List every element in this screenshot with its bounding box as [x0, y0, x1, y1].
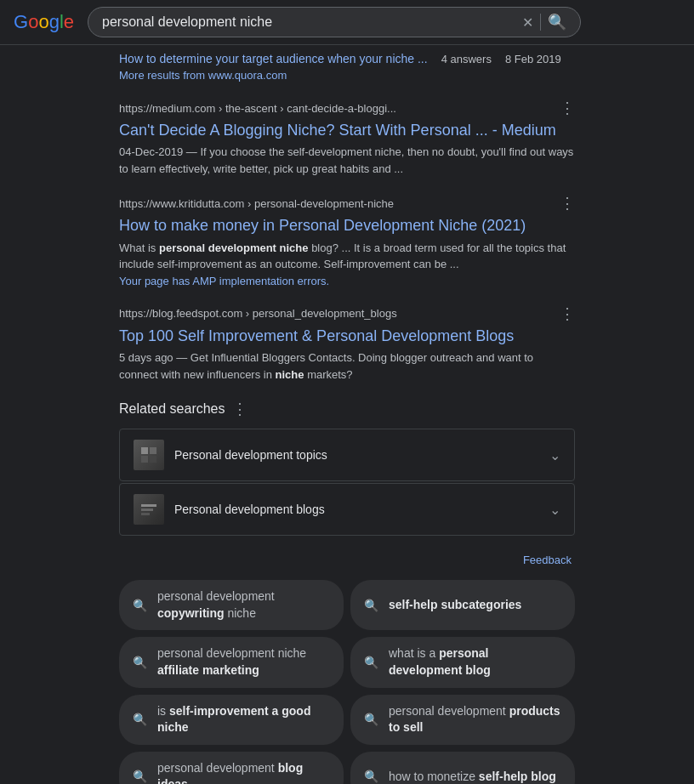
header: Google ✕ 🔍 — [0, 0, 694, 45]
result-medium: https://medium.com › the-ascent › cant-d… — [119, 99, 575, 177]
related-searches-title: Related searches — [119, 401, 225, 417]
pill-text-products: personal development products to sell — [389, 703, 561, 736]
pill-search-icon-5: 🔍 — [133, 713, 147, 726]
related-expand-blogs-icon[interactable]: ⌄ — [549, 502, 560, 518]
pill-text-self-improvement: is self-improvement a good niche — [157, 703, 330, 736]
result-quora: How to determine your target audience wh… — [119, 52, 575, 82]
svg-rect-5 — [141, 508, 153, 511]
feedspot-title[interactable]: Top 100 Self Improvement & Personal Deve… — [119, 327, 575, 346]
pill-search-icon-3: 🔍 — [133, 656, 147, 669]
related-item-topics-left: Personal development topics — [134, 440, 327, 470]
kritidutta-snippet: What is personal development niche blog?… — [119, 241, 566, 271]
medium-snippet: 04-Dec-2019 — If you choose the self-dev… — [119, 145, 573, 175]
pill-blog-ideas[interactable]: 🔍 personal development blog ideas — [119, 752, 344, 784]
google-logo: Google — [14, 11, 74, 33]
pill-monetize[interactable]: 🔍 how to monetize self-help blog — [350, 752, 575, 784]
related-thumb-blogs — [134, 494, 164, 525]
pill-search-icon-8: 🔍 — [364, 770, 378, 783]
svg-rect-6 — [141, 513, 150, 515]
feedspot-url: https://blog.feedspot.com › personal_dev… — [119, 307, 397, 320]
svg-rect-1 — [150, 447, 156, 454]
related-title-row: Related searches ⋮ — [119, 400, 575, 418]
pill-what-is[interactable]: 🔍 what is a personal development blog — [350, 637, 575, 687]
clear-icon[interactable]: ✕ — [522, 14, 533, 31]
kritidutta-menu-icon[interactable]: ⋮ — [560, 194, 575, 213]
pill-search-icon-7: 🔍 — [133, 770, 147, 783]
svg-rect-0 — [141, 447, 148, 454]
pill-self-improvement[interactable]: 🔍 is self-improvement a good niche — [119, 695, 344, 745]
medium-menu-icon[interactable]: ⋮ — [560, 99, 575, 117]
pill-affiliate[interactable]: 🔍 personal development niche affiliate m… — [119, 637, 344, 687]
pill-products[interactable]: 🔍 personal development products to sell — [350, 695, 575, 745]
more-results-quora[interactable]: More results from www.quora.com — [119, 69, 575, 82]
related-thumb-topics — [134, 440, 164, 470]
feedspot-url-row: https://blog.feedspot.com › personal_dev… — [119, 304, 575, 323]
pill-self-help[interactable]: 🔍 self-help subcategories — [350, 580, 575, 630]
svg-rect-4 — [141, 504, 156, 507]
search-bar[interactable]: ✕ 🔍 — [88, 7, 581, 37]
search-divider — [540, 14, 541, 31]
related-label-blogs: Personal development blogs — [174, 503, 325, 516]
pill-copywriting[interactable]: 🔍 personal development copywriting niche — [119, 580, 344, 630]
kritidutta-title[interactable]: How to make money in Personal Developmen… — [119, 216, 575, 236]
quora-date: 8 Feb 2019 — [505, 53, 561, 65]
quora-meta: 4 answers — [441, 53, 492, 65]
pill-search-icon-4: 🔍 — [364, 656, 378, 669]
search-icon[interactable]: 🔍 — [548, 13, 566, 31]
pill-text-monetize: how to monetize self-help blog — [389, 769, 556, 784]
related-searches-section: Related searches ⋮ Personal development … — [119, 400, 575, 536]
related-pills-grid: 🔍 personal development copywriting niche… — [119, 580, 575, 784]
svg-rect-3 — [150, 456, 156, 463]
related-label-topics: Personal development topics — [174, 448, 327, 462]
medium-title[interactable]: Can't Decide A Blogging Niche? Start Wit… — [119, 121, 575, 140]
related-expand-topics-icon[interactable]: ⌄ — [549, 447, 560, 463]
pill-text-blog-ideas: personal development blog ideas — [157, 760, 330, 784]
feedspot-menu-icon[interactable]: ⋮ — [560, 304, 575, 323]
related-item-blogs-left: Personal development blogs — [134, 494, 325, 525]
kritidutta-url: https://www.kritidutta.com › personal-de… — [119, 197, 394, 210]
pill-text-self-help: self-help subcategories — [389, 597, 521, 614]
quora-row: How to determine your target audience wh… — [119, 52, 575, 65]
feedback-link[interactable]: Feedback — [523, 554, 572, 566]
quora-link[interactable]: How to determine your target audience wh… — [119, 52, 428, 65]
search-input[interactable] — [102, 14, 522, 30]
result-kritidutta: https://www.kritidutta.com › personal-de… — [119, 194, 575, 287]
related-menu-icon[interactable]: ⋮ — [232, 400, 247, 418]
feedback-row: Feedback — [119, 553, 575, 566]
result-feedspot: https://blog.feedspot.com › personal_dev… — [119, 304, 575, 383]
pill-text-copywriting: personal development copywriting niche — [157, 588, 330, 622]
pill-search-icon-6: 🔍 — [364, 713, 378, 726]
medium-url-row: https://medium.com › the-ascent › cant-d… — [119, 99, 575, 117]
kritidutta-url-row: https://www.kritidutta.com › personal-de… — [119, 194, 575, 213]
pill-text-what-is: what is a personal development blog — [389, 645, 561, 679]
pill-search-icon-2: 🔍 — [364, 599, 378, 612]
pill-text-affiliate: personal development niche affiliate mar… — [157, 645, 330, 679]
feedspot-snippet: 5 days ago — Get Influential Bloggers Co… — [119, 351, 533, 381]
pill-search-icon-1: 🔍 — [133, 599, 147, 612]
kritidutta-amp[interactable]: Your page has AMP implementation errors. — [119, 275, 575, 287]
medium-url: https://medium.com › the-ascent › cant-d… — [119, 102, 396, 115]
main-content: How to determine your target audience wh… — [0, 45, 694, 784]
related-item-topics[interactable]: Personal development topics ⌄ — [119, 429, 575, 481]
svg-rect-2 — [141, 456, 148, 463]
related-item-blogs[interactable]: Personal development blogs ⌄ — [119, 483, 575, 536]
